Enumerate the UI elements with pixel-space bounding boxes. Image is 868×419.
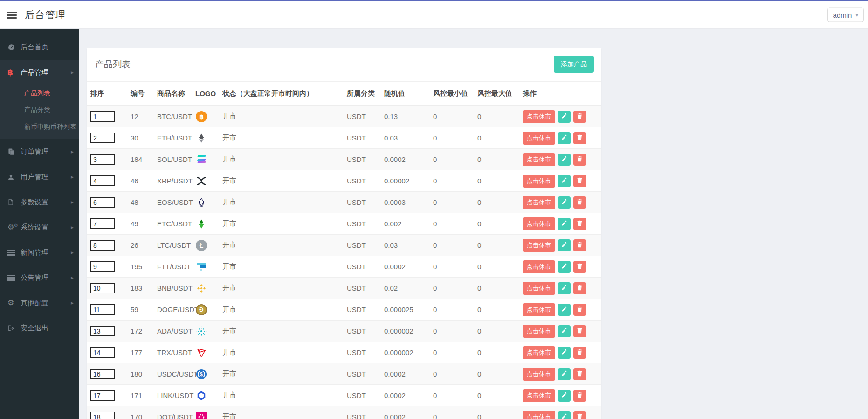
sort-input[interactable] xyxy=(90,154,115,165)
edit-button[interactable] xyxy=(558,154,571,166)
sort-input[interactable] xyxy=(90,283,115,293)
delete-button[interactable] xyxy=(573,368,586,380)
delete-button[interactable] xyxy=(573,218,586,230)
delete-button[interactable] xyxy=(573,196,586,209)
close-market-button[interactable]: 点击休市 xyxy=(523,175,555,188)
edit-button[interactable] xyxy=(558,239,571,251)
delete-button[interactable] xyxy=(573,154,586,166)
sort-input[interactable] xyxy=(90,197,115,208)
close-market-button[interactable]: 点击休市 xyxy=(523,303,555,316)
close-market-button[interactable]: 点击休市 xyxy=(523,110,555,123)
hamburger-menu-icon[interactable] xyxy=(7,12,17,19)
edit-button[interactable] xyxy=(558,325,571,337)
edit-button[interactable] xyxy=(558,347,571,359)
sort-input[interactable] xyxy=(90,347,115,358)
product-list-card: 产品列表 添加产品 排序编号商品名称LOGO状态（大盘正常开市时间内）所属分类随… xyxy=(87,48,601,419)
edit-button[interactable] xyxy=(558,218,571,230)
sidebar-item-7[interactable]: 公告管理▸ xyxy=(0,265,79,290)
sidebar-item-2[interactable]: 订单管理▸ xyxy=(0,139,79,164)
random-value: 0.0003 xyxy=(380,192,429,213)
sort-input[interactable] xyxy=(90,326,115,336)
close-market-button[interactable]: 点击休市 xyxy=(523,153,555,166)
delete-button[interactable] xyxy=(573,175,586,187)
close-market-button[interactable]: 点击休市 xyxy=(523,239,555,252)
edit-button[interactable] xyxy=(558,196,571,209)
sidebar-item-6[interactable]: 新闻管理▸ xyxy=(0,240,79,265)
product-id: 184 xyxy=(127,149,153,170)
close-market-button[interactable]: 点击休市 xyxy=(523,196,555,209)
pencil-icon xyxy=(561,242,567,249)
sort-input[interactable] xyxy=(90,240,115,251)
market-status: 开市 xyxy=(219,127,343,149)
market-status: 开市 xyxy=(219,321,343,342)
risk-max-value: 0 xyxy=(474,106,519,127)
edit-button[interactable] xyxy=(558,411,571,419)
close-market-button[interactable]: 点击休市 xyxy=(523,260,555,273)
sort-input[interactable] xyxy=(90,390,115,401)
close-market-button[interactable]: 点击休市 xyxy=(523,389,555,402)
delete-button[interactable] xyxy=(573,282,586,294)
close-market-button[interactable]: 点击休市 xyxy=(523,282,555,295)
risk-max-value: 0 xyxy=(474,363,519,385)
delete-button[interactable] xyxy=(573,390,586,402)
delete-button[interactable] xyxy=(573,325,586,337)
product-id: 171 xyxy=(127,385,153,406)
delete-button[interactable] xyxy=(573,261,586,273)
svg-text:$: $ xyxy=(200,371,203,377)
close-market-button[interactable]: 点击休市 xyxy=(523,368,555,381)
product-id: 46 xyxy=(127,170,153,192)
sort-input[interactable] xyxy=(90,133,115,143)
edit-button[interactable] xyxy=(558,261,571,273)
sort-input[interactable] xyxy=(90,111,115,122)
random-value: 0.002 xyxy=(380,213,429,235)
edit-button[interactable] xyxy=(558,282,571,294)
delete-button[interactable] xyxy=(573,347,586,359)
add-product-button[interactable]: 添加产品 xyxy=(554,56,594,73)
edit-button[interactable] xyxy=(558,368,571,380)
edit-button[interactable] xyxy=(558,111,571,123)
edit-button[interactable] xyxy=(558,304,571,316)
risk-min-value: 0 xyxy=(429,192,474,213)
row-actions: 点击休市 xyxy=(523,110,598,123)
close-market-button[interactable]: 点击休市 xyxy=(523,217,555,230)
product-name: BNB/USDT xyxy=(153,278,192,299)
sort-input[interactable] xyxy=(90,369,115,379)
delete-button[interactable] xyxy=(573,304,586,316)
chevron-right-icon: ▸ xyxy=(71,174,74,180)
delete-button[interactable] xyxy=(573,111,586,123)
close-market-button[interactable]: 点击休市 xyxy=(523,346,555,359)
sort-input[interactable] xyxy=(90,412,115,419)
edit-button[interactable] xyxy=(558,390,571,402)
delete-button[interactable] xyxy=(573,411,586,419)
close-market-button[interactable]: 点击休市 xyxy=(523,132,555,145)
sidebar-subitem-1-0[interactable]: 产品列表 xyxy=(0,85,79,102)
sidebar-item-1[interactable]: ฿产品管理▸ xyxy=(0,60,79,85)
main-content: 产品列表 添加产品 排序编号商品名称LOGO状态（大盘正常开市时间内）所属分类随… xyxy=(79,29,868,419)
sidebar-item-9[interactable]: 安全退出 xyxy=(0,315,79,341)
trash-icon xyxy=(577,370,583,378)
sidebar-subitem-1-2[interactable]: 新币申购币种列表 xyxy=(0,119,79,135)
product-id: 49 xyxy=(127,213,153,235)
sort-input[interactable] xyxy=(90,304,115,315)
sidebar-item-8[interactable]: ⚙其他配置▸ xyxy=(0,290,79,315)
close-market-button[interactable]: 点击休市 xyxy=(523,325,555,338)
edit-button[interactable] xyxy=(558,175,571,187)
sidebar-subitem-1-1[interactable]: 产品分类 xyxy=(0,102,79,119)
delete-button[interactable] xyxy=(573,132,586,144)
delete-button[interactable] xyxy=(573,239,586,251)
close-market-button[interactable]: 点击休市 xyxy=(523,411,555,419)
sort-input[interactable] xyxy=(90,218,115,229)
sidebar-item-4[interactable]: 参数设置▸ xyxy=(0,189,79,215)
sidebar-item-3[interactable]: 用户管理▸ xyxy=(0,164,79,189)
sidebar-item-5[interactable]: ⚙⚙系统设置▸ xyxy=(0,215,79,240)
row-actions: 点击休市 xyxy=(523,132,598,145)
card-header: 产品列表 添加产品 xyxy=(87,48,601,82)
sidebar-item-0[interactable]: 后台首页 xyxy=(0,35,79,60)
sort-input[interactable] xyxy=(90,261,115,272)
user-dropdown[interactable]: admin ▾ xyxy=(827,8,864,22)
random-value: 0.000002 xyxy=(380,321,429,342)
market-status: 开市 xyxy=(219,256,343,278)
risk-min-value: 0 xyxy=(429,278,474,299)
edit-button[interactable] xyxy=(558,132,571,144)
sort-input[interactable] xyxy=(90,175,115,186)
